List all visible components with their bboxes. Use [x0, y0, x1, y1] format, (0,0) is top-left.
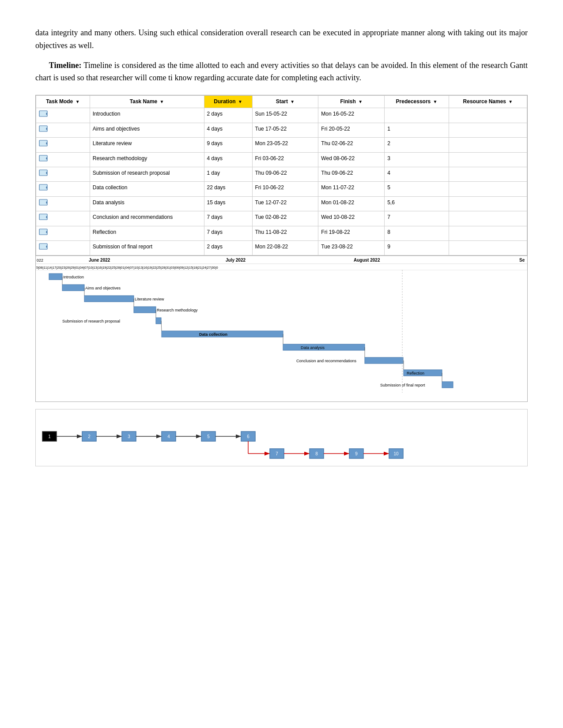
- task-mode-icon: [39, 186, 49, 193]
- cell-start: Tue 17-05-22: [252, 123, 318, 137]
- start-filter-icon[interactable]: ▼: [290, 98, 295, 105]
- duration-filter-icon[interactable]: ▼: [238, 98, 242, 105]
- para2-text: Timeline is considered as the time allot…: [35, 61, 528, 83]
- svg-text:Data collection: Data collection: [199, 332, 227, 337]
- para1-text: data integrity and many others. Using su…: [35, 28, 528, 50]
- table-row: Data analysis 15 days Tue 12-07-22 Mon 0…: [36, 196, 527, 211]
- task-mode-icon: [39, 245, 49, 252]
- svg-text:Introduction: Introduction: [63, 275, 84, 279]
- svg-text:5: 5: [207, 434, 210, 439]
- th-start[interactable]: Start ▼: [252, 96, 318, 108]
- svg-text:Aims and objectives: Aims and objectives: [85, 286, 121, 290]
- svg-text:July 2022: July 2022: [226, 258, 246, 263]
- cell-finish: Wed 08-06-22: [318, 152, 385, 167]
- table-row: Reflection 7 days Thu 11-08-22 Fri 19-08…: [36, 226, 527, 240]
- paragraph-2: Timeline: Timeline is considered as the …: [35, 59, 528, 85]
- cell-duration: 22 days: [204, 182, 252, 196]
- svg-text:10: 10: [393, 451, 399, 456]
- table-row: Submission of final report 2 days Mon 22…: [36, 240, 527, 255]
- svg-text:7: 7: [276, 451, 278, 456]
- task-mode-icon: [39, 215, 49, 222]
- cell-finish: Mon 01-08-22: [318, 196, 385, 211]
- cell-start: Thu 11-08-22: [252, 226, 318, 240]
- cell-resource: [449, 123, 527, 137]
- cell-start: Thu 09-06-22: [252, 167, 318, 181]
- th-resource[interactable]: Resource Names ▼: [449, 96, 527, 108]
- table-row: Submission of research proposal 1 day Th…: [36, 167, 527, 181]
- cell-taskname: Aims and objectives: [90, 123, 204, 137]
- table-row: Literature review 9 days Mon 23-05-22 Th…: [36, 138, 527, 152]
- network-diagram: 1 2 3 4 5 6 7: [35, 409, 528, 466]
- cell-taskname: Submission of research proposal: [90, 167, 204, 181]
- svg-rect-52: [365, 357, 403, 364]
- cell-finish: Tue 23-08-22: [318, 240, 385, 255]
- th-predecessors[interactable]: Predecessors ▼: [385, 96, 449, 108]
- taskname-filter-icon[interactable]: ▼: [160, 98, 164, 105]
- finish-filter-icon[interactable]: ▼: [358, 98, 363, 105]
- task-icon-svg: [39, 125, 49, 133]
- cell-predecessors: 9: [385, 240, 449, 255]
- th-finish[interactable]: Finish ▼: [318, 96, 385, 108]
- cell-finish: Mon 16-05-22: [318, 108, 385, 123]
- svg-text:Reflection: Reflection: [407, 371, 424, 375]
- task-mode-icon: [39, 157, 49, 164]
- cell-resource: [449, 138, 527, 152]
- cell-predecessors: 2: [385, 138, 449, 152]
- svg-text:Se: Se: [519, 258, 525, 263]
- table-row: Data collection 22 days Fri 10-06-22 Mon…: [36, 182, 527, 196]
- task-mode-icon: [39, 142, 49, 149]
- network-svg: 1 2 3 4 5 6 7: [40, 418, 528, 466]
- cell-resource: [449, 182, 527, 196]
- th-taskmode[interactable]: Task Mode ▼: [36, 96, 90, 108]
- th-taskname[interactable]: Task Name ▼: [90, 96, 204, 108]
- task-icon-svg: [39, 139, 49, 147]
- cell-duration: 4 days: [204, 123, 252, 137]
- gantt-table: Task Mode ▼ Task Name ▼ Duration ▼ Start…: [36, 95, 527, 255]
- cell-taskname: Data collection: [90, 182, 204, 196]
- taskmode-filter-icon[interactable]: ▼: [76, 98, 80, 105]
- pred-filter-icon[interactable]: ▼: [433, 98, 438, 105]
- task-icon-svg: [39, 184, 49, 191]
- task-mode-icon: [39, 201, 49, 208]
- cell-start: Sun 15-05-22: [252, 108, 318, 123]
- cell-finish: Thu 09-06-22: [318, 167, 385, 181]
- svg-text:Conclusion and recommendations: Conclusion and recommendations: [296, 359, 357, 363]
- svg-text:Research methodology: Research methodology: [157, 308, 198, 312]
- cell-finish: Thu 02-06-22: [318, 138, 385, 152]
- task-icon-svg: [39, 243, 49, 251]
- table-row: Introduction 2 days Sun 15-05-22 Mon 16-…: [36, 108, 527, 123]
- table-header-row: Task Mode ▼ Task Name ▼ Duration ▼ Start…: [36, 96, 527, 108]
- cell-taskmode: [36, 152, 90, 167]
- cell-resource: [449, 196, 527, 211]
- cell-predecessors: 4: [385, 167, 449, 181]
- table-row: Conclusion and recommendations 7 days Tu…: [36, 211, 527, 226]
- cell-duration: 2 days: [204, 240, 252, 255]
- cell-taskmode: [36, 108, 90, 123]
- svg-text:5|08|11|14|17|20|23|26|29|01|0: 5|08|11|14|17|20|23|26|29|01|04|07|10|13…: [36, 266, 218, 270]
- resource-filter-icon[interactable]: ▼: [508, 98, 513, 105]
- svg-text:1: 1: [48, 434, 51, 439]
- cell-duration: 7 days: [204, 211, 252, 226]
- cell-taskname: Literature review: [90, 138, 204, 152]
- cell-taskname: Reflection: [90, 226, 204, 240]
- cell-resource: [449, 108, 527, 123]
- cell-taskname: Data analysis: [90, 196, 204, 211]
- resource-label: Resource Names: [463, 98, 506, 105]
- svg-text:Literature review: Literature review: [135, 297, 164, 301]
- cell-resource: [449, 167, 527, 181]
- cell-taskmode: [36, 138, 90, 152]
- cell-predecessors: 3: [385, 152, 449, 167]
- svg-text:8: 8: [315, 451, 318, 456]
- svg-text:Submission of final report: Submission of final report: [380, 383, 425, 387]
- cell-taskmode: [36, 240, 90, 255]
- cell-duration: 15 days: [204, 196, 252, 211]
- cell-taskname: Submission of final report: [90, 240, 204, 255]
- cell-predecessors: 8: [385, 226, 449, 240]
- cell-taskname: Research methodology: [90, 152, 204, 167]
- cell-taskmode: [36, 167, 90, 181]
- svg-text:June 2022: June 2022: [89, 258, 110, 263]
- cell-taskmode: [36, 196, 90, 211]
- th-duration[interactable]: Duration ▼: [204, 96, 252, 108]
- cell-predecessors: 5: [385, 182, 449, 196]
- task-icon-svg: [39, 228, 49, 236]
